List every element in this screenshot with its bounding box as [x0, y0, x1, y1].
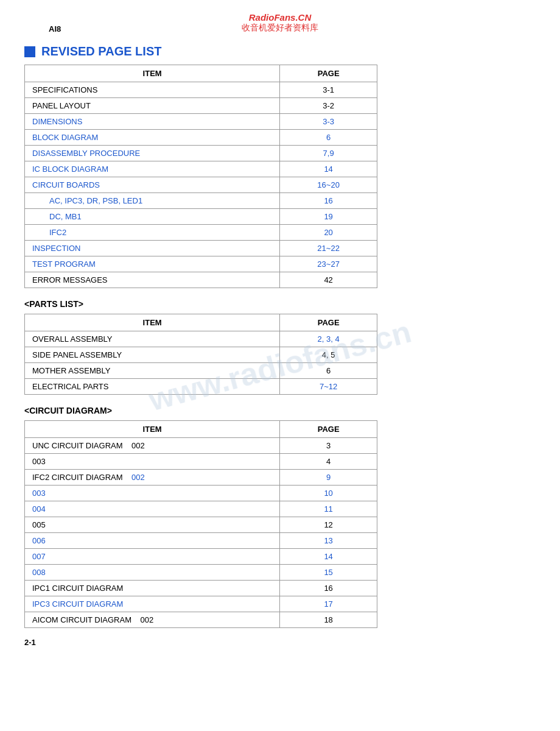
table-row: MOTHER ASSEMBLY: [25, 363, 280, 379]
site-sub: 收音机爱好者资料库: [24, 23, 536, 34]
table-row: IC BLOCK DIAGRAM: [25, 161, 280, 177]
table-row: BLOCK DIAGRAM: [25, 130, 280, 146]
table-row: 13: [280, 533, 377, 549]
table-row: 14: [280, 549, 377, 565]
circuit-col-item: ITEM: [25, 421, 280, 438]
table-row: SPECIFICATIONS: [25, 82, 280, 98]
table-row: SIDE PANEL ASSEMBLY: [25, 347, 280, 363]
site-name: RadioFans.CN: [24, 12, 536, 23]
table-row: IPC1 CIRCUIT DIAGRAM: [25, 581, 280, 596]
table-row: 006: [25, 533, 280, 549]
table-row: 42: [280, 272, 377, 288]
table-row: ERROR MESSAGES: [25, 272, 280, 288]
table-row: 11: [280, 501, 377, 517]
table-row: 21~22: [280, 241, 377, 256]
table-row: 4, 5: [280, 347, 377, 363]
table-row: OVERALL ASSEMBLY: [25, 331, 280, 347]
table-row: 7~12: [280, 379, 377, 395]
table-row: TEST PROGRAM: [25, 256, 280, 272]
circuit-diagram-table: ITEM PAGE UNC CIRCUIT DIAGRAM 00230034IF…: [24, 420, 377, 628]
table-row: 14: [280, 161, 377, 177]
revised-col-page: PAGE: [280, 65, 377, 82]
table-row: 004: [25, 501, 280, 517]
parts-list-title: <PARTS LIST>: [24, 299, 536, 309]
table-row: 10: [280, 486, 377, 501]
table-row: IFC2 CIRCUIT DIAGRAM 002: [25, 470, 280, 486]
parts-col-item: ITEM: [25, 314, 280, 331]
table-row: DISASSEMBLY PROCEDURE: [25, 146, 280, 161]
table-row: 12: [280, 517, 377, 533]
table-row: 20: [280, 225, 377, 241]
circuit-col-page: PAGE: [280, 421, 377, 438]
table-row: AC, IPC3, DR, PSB, LED1: [25, 193, 280, 209]
table-row: UNC CIRCUIT DIAGRAM 002: [25, 438, 280, 454]
table-row: AICOM CIRCUIT DIAGRAM 002: [25, 612, 280, 628]
revised-col-item: ITEM: [25, 65, 280, 82]
table-row: 16: [280, 193, 377, 209]
parts-col-page: PAGE: [280, 314, 377, 331]
table-row: 16: [280, 581, 377, 596]
footer-label: 2-1: [24, 638, 536, 647]
table-row: 003: [25, 454, 280, 470]
header-section: RadioFans.CN 收音机爱好者资料库: [24, 12, 536, 34]
table-row: IPC3 CIRCUIT DIAGRAM: [25, 596, 280, 612]
table-row: INSPECTION: [25, 241, 280, 256]
page-id: AI8: [49, 24, 61, 34]
circuit-diagram-title: <CIRCUIT DIAGRAM>: [24, 406, 536, 415]
table-row: 4: [280, 454, 377, 470]
table-row: 007: [25, 549, 280, 565]
table-row: 3-3: [280, 114, 377, 130]
table-row: 17: [280, 596, 377, 612]
parts-list-table: ITEM PAGE OVERALL ASSEMBLY2, 3, 4SIDE PA…: [24, 314, 377, 395]
table-row: 19: [280, 209, 377, 225]
table-row: 2, 3, 4: [280, 331, 377, 347]
table-row: 3: [280, 438, 377, 454]
revised-page-list-table: ITEM PAGE SPECIFICATIONS3-1PANEL LAYOUT3…: [24, 65, 377, 288]
table-row: IFC2: [25, 225, 280, 241]
revised-page-list-title: REVISED PAGE LIST: [24, 44, 536, 58]
table-row: 9: [280, 470, 377, 486]
table-row: 15: [280, 565, 377, 581]
table-row: 7,9: [280, 146, 377, 161]
table-row: 005: [25, 517, 280, 533]
table-row: CIRCUIT BOARDS: [25, 177, 280, 193]
table-row: 16~20: [280, 177, 377, 193]
table-row: 23~27: [280, 256, 377, 272]
table-row: ELECTRICAL PARTS: [25, 379, 280, 395]
table-row: 6: [280, 363, 377, 379]
table-row: 3-2: [280, 98, 377, 114]
table-row: 18: [280, 612, 377, 628]
table-row: DIMENSIONS: [25, 114, 280, 130]
table-row: PANEL LAYOUT: [25, 98, 280, 114]
table-row: 008: [25, 565, 280, 581]
blue-square-icon: [24, 46, 35, 57]
table-row: 3-1: [280, 82, 377, 98]
table-row: 003: [25, 486, 280, 501]
table-row: 6: [280, 130, 377, 146]
table-row: DC, MB1: [25, 209, 280, 225]
